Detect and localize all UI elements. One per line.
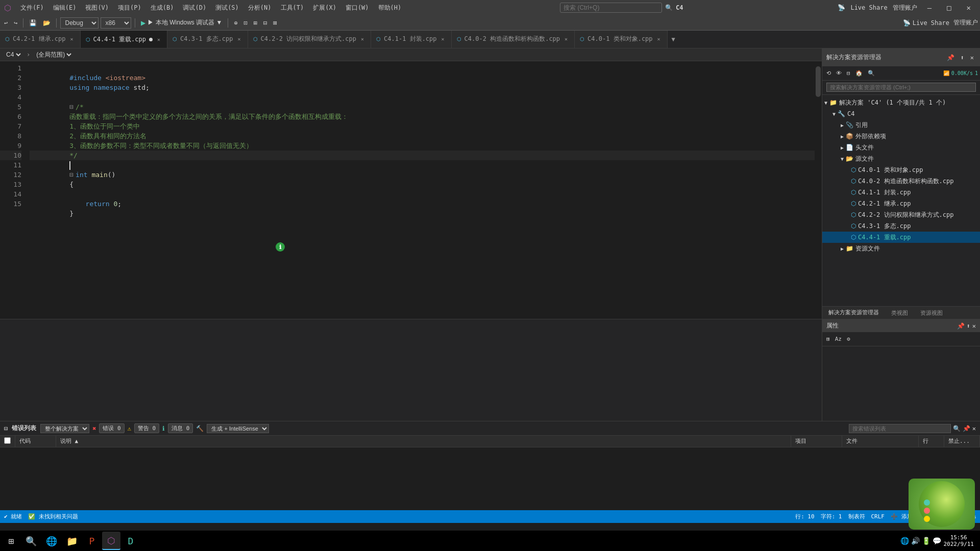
status-encoding[interactable]: CRLF — [871, 513, 885, 520]
tab-polymorphism-close[interactable]: ✕ — [236, 36, 242, 42]
se-filter-btn[interactable]: 🔍 — [866, 69, 877, 78]
tab-access[interactable]: ⬡ C4.2-2 访问权限和继承方式.cpp ✕ — [248, 31, 372, 48]
prop-grid-btn[interactable]: ⊞ — [824, 335, 832, 343]
menu-help[interactable]: 帮助(H) — [374, 3, 406, 13]
tree-source-files[interactable]: ▼ 📂 源文件 — [822, 153, 980, 164]
toolbar-misc-2[interactable]: ⊡ — [242, 18, 250, 28]
bp-col-desc[interactable]: 说明 ▲ — [56, 436, 791, 447]
toolbar-redo[interactable]: ↪ — [12, 18, 19, 28]
se-collapse-btn[interactable]: ⊟ — [845, 69, 852, 78]
close-button[interactable]: ✕ — [962, 3, 976, 13]
tree-file-poly[interactable]: ⬡ C4.3-1 多态.cpp — [822, 220, 980, 232]
se-pin-btn[interactable]: 📌 — [945, 53, 957, 62]
scope-file-select[interactable]: C4 — [4, 51, 22, 59]
bp-messages-btn[interactable]: 消息 0 — [168, 423, 193, 433]
se-tab-solution[interactable]: 解决方案资源管理器 — [822, 307, 885, 319]
editor-scrollbar[interactable] — [815, 61, 822, 319]
live-share-label[interactable]: Live Share — [850, 4, 887, 11]
scroll-thumb[interactable] — [816, 66, 821, 97]
toolbar-misc-1[interactable]: ⊕ — [232, 18, 239, 28]
manage-btn[interactable]: 管理账户 — [893, 4, 917, 12]
taskbar-search[interactable]: 🔍 — [21, 532, 41, 550]
tab-ctor-close[interactable]: ✕ — [563, 36, 569, 42]
clock[interactable]: 15:56 2022/9/11 — [943, 534, 974, 547]
tab-encap-close[interactable]: ✕ — [440, 36, 446, 42]
toolbar-save[interactable]: 💾 — [27, 18, 39, 28]
tree-file-ctor[interactable]: ⬡ C4.0-2 构造函数和析构函数.cpp — [822, 176, 980, 187]
taskbar-dict[interactable]: D — [121, 532, 140, 550]
bp-col-file[interactable]: 文件 — [842, 436, 919, 447]
taskbar-vs[interactable]: ⬡ — [102, 532, 120, 550]
se-close-btn[interactable]: ✕ — [968, 53, 976, 62]
tab-class[interactable]: ⬡ C4.0-1 类和对象.cpp ✕ — [575, 31, 668, 48]
intellisense-dot[interactable]: ℹ — [276, 242, 285, 252]
status-line[interactable]: 行: 10 — [795, 513, 815, 520]
menu-debug[interactable]: 调试(D) — [179, 3, 210, 13]
prop-expand-btn[interactable]: ⬆ — [967, 322, 970, 330]
taskbar-browser[interactable]: 🌐 — [42, 532, 61, 550]
toolbar-open[interactable]: 📂 — [41, 18, 53, 28]
bp-scope-select[interactable]: 整个解决方案 — [40, 424, 89, 433]
code-editor[interactable]: #include <iostream> using namespace std;… — [26, 61, 815, 319]
tree-project[interactable]: ▼ 🔧 C4 — [822, 108, 980, 119]
bp-col-code[interactable]: 代码 — [15, 436, 56, 447]
menu-build[interactable]: 生成(B) — [146, 3, 178, 13]
toolbar-misc-5[interactable]: ⊠ — [271, 18, 279, 28]
scope-context-select[interactable]: (全局范围) — [34, 51, 73, 59]
search-input[interactable] — [560, 3, 662, 13]
se-sync-btn[interactable]: ⟲ — [824, 69, 833, 78]
tree-file-encap[interactable]: ⬡ C4.1-1 封装.cpp — [822, 187, 980, 198]
tab-encap[interactable]: ⬡ C4.1-1 封装.cpp ✕ — [371, 31, 452, 48]
bp-col-project[interactable]: 项目 — [791, 436, 842, 447]
status-spaces[interactable]: 制表符 — [848, 513, 865, 520]
menu-extensions[interactable]: 扩展(X) — [309, 3, 340, 13]
se-home-btn[interactable]: 🏠 — [853, 69, 865, 78]
live-share-toolbar[interactable]: 📡 Live Share — [903, 19, 949, 27]
se-show-all-btn[interactable]: 👁 — [834, 69, 844, 78]
bp-warnings-btn[interactable]: 警告 0 — [134, 423, 159, 433]
se-expand-btn[interactable]: ⬆ — [959, 53, 966, 62]
status-git[interactable]: ✔ 就绪 — [4, 513, 22, 520]
bp-search-btn[interactable]: 🔍 — [953, 425, 961, 432]
run-button[interactable]: ▶ ▶ 本地 Windows 调试器 ▼ — [139, 17, 224, 28]
menu-file[interactable]: 文件(F) — [16, 3, 48, 13]
status-no-issues[interactable]: ✅ 未找到相关问题 — [28, 513, 78, 520]
menu-window[interactable]: 窗口(W) — [341, 3, 373, 13]
tab-overload[interactable]: ⬡ C4.4-1 重载.cpp ✕ — [81, 31, 168, 48]
tree-external-deps[interactable]: ▶ 📦 外部依赖项 — [822, 131, 980, 142]
tab-inherit[interactable]: ⬡ C4.2-1 继承.cpp ✕ — [0, 31, 81, 48]
bp-pin-btn[interactable]: 📌 — [963, 425, 970, 432]
se-search-input[interactable] — [826, 83, 976, 92]
prop-settings-btn[interactable]: ⚙ — [845, 335, 852, 343]
platform-select[interactable]: x86 x64 — [101, 17, 131, 29]
toolbar-misc-3[interactable]: ⊞ — [252, 18, 259, 28]
prop-sort-btn[interactable]: Az — [833, 335, 844, 343]
tab-overload-close[interactable]: ✕ — [156, 36, 162, 43]
taskbar-explorer[interactable]: 📁 — [62, 532, 82, 550]
tree-file-class[interactable]: ⬡ C4.0-1 类和对象.cpp — [822, 164, 980, 176]
bp-search-input[interactable] — [849, 424, 951, 433]
menu-analyze[interactable]: 分析(N) — [244, 3, 276, 13]
tree-file-access[interactable]: ⬡ C4.2-2 访问权限和继承方式.cpp — [822, 209, 980, 220]
bp-col-suppress[interactable]: 禁止... — [944, 436, 980, 447]
se-tab-resourceview[interactable]: 资源视图 — [914, 307, 949, 319]
tree-file-overload[interactable]: ⬡ C4.4-1 重载.cpp — [822, 232, 980, 243]
tree-file-inherit[interactable]: ⬡ C4.2-1 继承.cpp — [822, 198, 980, 209]
tab-ctor[interactable]: ⬡ C4.0-2 构造函数和析构函数.cpp ✕ — [452, 31, 575, 48]
toolbar-undo[interactable]: ↩ — [2, 18, 10, 28]
tab-overflow[interactable]: ▼ — [668, 36, 679, 43]
prop-close-btn[interactable]: ✕ — [972, 322, 976, 330]
prop-pin-btn[interactable]: 📌 — [957, 322, 965, 330]
bp-col-line[interactable]: 行 — [919, 436, 944, 447]
menu-tools[interactable]: 工具(T) — [277, 3, 308, 13]
debug-config-select[interactable]: Debug Release — [60, 17, 99, 29]
bp-close-btn[interactable]: ✕ — [972, 425, 976, 432]
tab-class-close[interactable]: ✕ — [656, 36, 662, 42]
menu-project[interactable]: 项目(P) — [114, 3, 145, 13]
toolbar-misc-4[interactable]: ⊟ — [261, 18, 269, 28]
tree-solution[interactable]: ▼ 📁 解决方案 'C4' (1 个项目/共 1 个) — [822, 97, 980, 108]
minimize-button[interactable]: — — [922, 3, 937, 13]
taskbar-powerpoint[interactable]: P — [83, 532, 101, 550]
menu-view[interactable]: 视图(V) — [81, 3, 113, 13]
manage-toolbar[interactable]: 管理账户 — [953, 18, 978, 27]
